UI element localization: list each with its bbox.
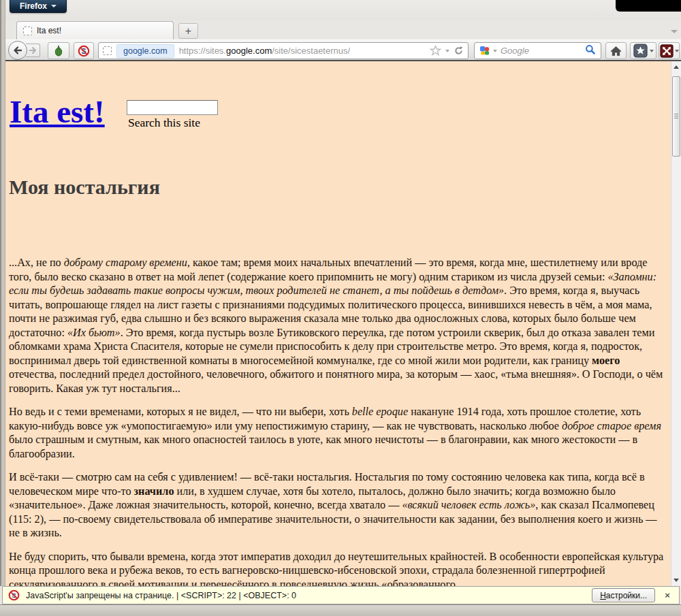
home-button[interactable] — [605, 42, 627, 59]
crossed-arrows-icon — [660, 44, 674, 58]
paragraph: И всё-таки — смотрю сам на себя с удивле… — [9, 470, 668, 540]
noscript-settings-button[interactable]: Настройки... — [592, 588, 655, 602]
site-search-caption: Search this site — [128, 116, 200, 130]
forward-arrow-icon — [28, 46, 37, 55]
bookmark-star-icon[interactable] — [430, 45, 441, 56]
paragraph: Но ведь и с теми временами, которых я не… — [9, 405, 668, 461]
reload-icon[interactable] — [454, 46, 464, 56]
page-viewport: Ita est! Search this site Моя ностальгия… — [0, 61, 681, 586]
article-body: ...Ах, не по доброму старому времени, ка… — [9, 256, 668, 586]
search-magnifier-icon[interactable] — [585, 44, 596, 55]
search-bar[interactable]: Google — [474, 42, 601, 59]
back-arrow-icon — [12, 45, 23, 56]
chevron-down-icon — [51, 5, 57, 7]
tab-ita-est[interactable]: Ita est! — [16, 21, 174, 39]
scrollbar-up-button[interactable] — [671, 62, 681, 72]
search-placeholder: Google — [501, 46, 529, 56]
tab-title: Ita est! — [37, 26, 61, 35]
chevron-down-icon — [671, 30, 678, 33]
notification-message: JavaScript'ы запрещены на странице. | <S… — [26, 591, 296, 600]
web-page: Ita est! Search this site Моя ностальгия… — [5, 61, 671, 586]
forward-button[interactable] — [26, 44, 40, 57]
favicon-placeholder-icon — [103, 46, 112, 55]
page-title: Моя ностальгия — [9, 176, 160, 199]
paragraph: Не буду спорить, что бывали времена, ког… — [9, 550, 668, 587]
addon-policy-button[interactable] — [659, 42, 680, 59]
site-title-link[interactable]: Ita est! — [10, 95, 105, 129]
home-icon — [610, 46, 622, 56]
new-tab-button[interactable]: + — [178, 23, 198, 39]
firefox-menu-label: Firefox — [20, 1, 47, 11]
paragraph: ...Ах, не по доброму старому времени, ка… — [9, 256, 668, 395]
bookmarks-star-icon — [633, 44, 648, 58]
titlebar-redaction — [616, 0, 681, 12]
chevron-down-icon — [650, 50, 654, 52]
list-all-tabs-button[interactable] — [670, 29, 678, 34]
url-domain: google.com — [226, 46, 272, 56]
noscript-icon: S — [78, 45, 90, 57]
window-bottom-frame — [0, 604, 681, 616]
url-text: https://sites.google.com/site/sicestaete… — [179, 46, 350, 56]
scrollbar-thumb[interactable] — [672, 76, 680, 157]
google-logo-icon[interactable] — [479, 46, 490, 56]
scrollbar-down-button[interactable] — [671, 575, 681, 585]
tab-bar: Ita est! + — [0, 20, 681, 39]
tor-onion-button[interactable] — [48, 42, 69, 59]
noscript-notification-bar: S JavaScript'ы запрещены на странице. | … — [2, 586, 680, 604]
search-engine-dropdown-icon[interactable] — [493, 50, 497, 52]
close-icon[interactable]: × — [661, 590, 674, 600]
site-identity-chip[interactable]: google.com — [116, 44, 174, 58]
window-left-frame — [0, 0, 5, 586]
arrow-down-icon — [674, 579, 679, 582]
firefox-menu-button[interactable]: Firefox — [10, 0, 67, 13]
arrow-up-icon — [674, 65, 679, 69]
site-search-input[interactable] — [127, 100, 218, 115]
url-dropdown-icon[interactable] — [445, 50, 449, 52]
browser-window: Firefox Ita est! + — [0, 0, 681, 616]
chevron-down-icon — [675, 50, 679, 52]
url-path: /site/sicestaeternus/ — [272, 46, 350, 56]
bookmarks-menu-button[interactable] — [630, 42, 656, 59]
navigation-toolbar: S google.com https://sites.google.com/si… — [0, 39, 681, 61]
favicon-placeholder-icon — [23, 27, 32, 35]
titlebar: Firefox — [0, 0, 681, 20]
url-prefix: https://sites. — [179, 46, 226, 56]
noscript-toolbar-button[interactable]: S — [74, 42, 94, 59]
noscript-icon: S — [8, 589, 20, 601]
url-bar[interactable]: google.com https://sites.google.com/site… — [98, 42, 469, 59]
vertical-scrollbar[interactable] — [671, 61, 681, 586]
onion-icon — [53, 45, 64, 57]
back-button[interactable] — [8, 41, 27, 60]
